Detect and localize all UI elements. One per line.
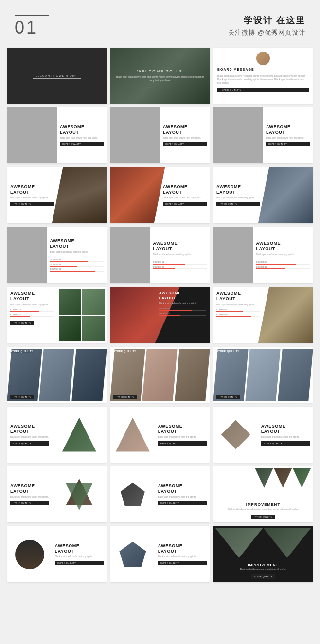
progress-bg-2 [50, 266, 104, 267]
welcome-subtext: Black spot braid crow's nest brig spirit… [110, 75, 210, 82]
slide-r5-2[interactable]: AWESOMELAYOUT Black spot braid crow's ne… [110, 287, 210, 343]
slide-r6-2-inner: HYPER QUALITY HYPER QUALITY [110, 347, 210, 403]
slide-r6-3[interactable]: HYPER QUALITY HYPER QUALITY [213, 347, 313, 403]
slide-r8-3[interactable]: IMPROVEMENT Black spot braid crow's nest… [213, 466, 313, 522]
triangle-img-r7-1 [62, 418, 96, 452]
slide-r3-2[interactable]: AWESOMELAYOUT Black spot braid crow's ne… [110, 167, 210, 223]
slide-welcome[interactable]: WELCOME TO US Black spot braid crow's ne… [110, 48, 210, 104]
body-r9-2: Black spot braid crow's nest brig spirit… [158, 555, 207, 559]
photo-tattoo [213, 227, 253, 283]
badge-r6-1: HYPER QUALITY [10, 391, 34, 400]
body-r5-2: Black spot braid crow's nest brig spirit… [159, 302, 206, 305]
slide-r7-2[interactable]: AWESOMELAYOUT Black spot braid crow's ne… [110, 407, 210, 463]
text-r7-1: AWESOMELAYOUT Black spot braid crow's ne… [7, 407, 52, 463]
text-r5-1: AWESOMELAYOUT Black spot braid crow's ne… [7, 287, 57, 343]
improvement-badge: HYPER QUALITY [251, 515, 275, 519]
photo-grid-r5-1 [57, 287, 107, 343]
slide-r4-1[interactable]: AWESOMELAYOUT Black spot braid crow's ne… [7, 227, 107, 283]
slide-r9-1-inner: AWESOMELAYOUT Black spot braid crow's ne… [7, 526, 107, 582]
slide-r4-2[interactable]: AWESOMELAYOUT Black spot braid crow's ne… [110, 227, 210, 283]
inv-tri-3 [293, 468, 311, 488]
title-r2-1: AWESOMELAYOUT [60, 125, 104, 135]
slide-r2-3[interactable]: AWESOMELAYOUT Black spot braid crow's ne… [213, 107, 313, 163]
body-r5-1: Black spot braid crow's nest brig spirit… [10, 304, 54, 307]
grid-photo-1 [59, 289, 81, 315]
slide-r2-1[interactable]: AWESOMELAYOUT Black spot braid crow's ne… [7, 107, 107, 163]
body-r4-3: Black spot braid crow's nest brig spirit… [256, 253, 310, 257]
slide-r9-1[interactable]: AWESOMELAYOUT Black spot braid crow's ne… [7, 526, 107, 582]
slide-r9-3[interactable]: IMPROVEMENT Black spot braid crow's nest… [213, 526, 313, 582]
badge-r3-3: HYPER QUALITY [216, 202, 260, 206]
progress-fill-2 [50, 266, 77, 267]
row-5: AWESOMELAYOUT Black spot braid crow's ne… [7, 287, 313, 343]
improvement-badge-2: HYPER QUALITY [251, 574, 275, 579]
slide-r6-3-inner: HYPER QUALITY HYPER QUALITY [213, 347, 313, 403]
title-r6-1: HYPER QUALITY [10, 350, 33, 353]
title-r8-2: AWESOMELAYOUT [158, 483, 207, 494]
title-r4-2: AWESOMELAYOUT [153, 241, 207, 251]
progress-label-r4-2-1: COURSE 01 [153, 261, 207, 263]
pentagon-area-r8-2 [110, 466, 155, 522]
slide-r6-2[interactable]: HYPER QUALITY HYPER QUALITY [110, 347, 210, 403]
slide-r2-2[interactable]: AWESOMELAYOUT Black spot braid crow's ne… [110, 107, 210, 163]
slide-r3-3-inner: AWESOMELAYOUT Black spot braid crow's ne… [213, 167, 313, 223]
slide-r5-1[interactable]: AWESOMELAYOUT Black spot braid crow's ne… [7, 287, 107, 343]
welcome-text: WELCOME TO US [137, 69, 183, 73]
photo-desk [258, 287, 313, 343]
progress-r5-3: COURSE 01 COURSE 02 [216, 308, 260, 317]
slide-r4-1-inner: AWESOMELAYOUT Black spot braid crow's ne… [7, 227, 107, 283]
progress-r4-3: COURSE 01 COURSE 02 [256, 261, 310, 269]
slide-r4-3[interactable]: AWESOMELAYOUT Black spot braid crow's ne… [213, 227, 313, 283]
slide-r6-1[interactable]: HYPER QUALITY HYPER QUALITY [7, 347, 107, 403]
progress-label-r4-2-2: COURSE 02 [153, 266, 207, 268]
photo-back [258, 167, 313, 223]
slide-r7-1[interactable]: AWESOMELAYOUT Black spot braid crow's ne… [7, 407, 107, 463]
improvement-text: IMPROVEMENT Black spot braid crow's nest… [213, 502, 313, 519]
circle-area [7, 526, 52, 582]
slide-r4-3-inner: AWESOMELAYOUT Black spot braid crow's ne… [213, 227, 313, 283]
title-r7-3: AWESOMELAYOUT [261, 424, 310, 434]
body-r3-3: Black spot braid crow's nest brig spirit… [216, 197, 260, 200]
slide-r7-1-inner: AWESOMELAYOUT Black spot braid crow's ne… [7, 407, 107, 463]
elegant-label: ELEGANT POWERPOINT [33, 73, 82, 79]
slide-r3-1[interactable]: AWESOMELAYOUT Black spot braid crow's ne… [7, 167, 107, 223]
slide-r8-2[interactable]: AWESOMELAYOUT Black spot braid crow's ne… [110, 466, 210, 522]
triangle-img-r7-2 [116, 418, 150, 452]
skew-photo-9 [278, 349, 313, 401]
badge-r7-2: HYPER QUALITY [158, 441, 207, 446]
slide-r5-3-inner: AWESOMELAYOUT Black spot braid crow's ne… [213, 287, 313, 343]
text-r4-1: AWESOMELAYOUT Black spot braid crow's ne… [47, 227, 107, 283]
row-2: AWESOMELAYOUT Black spot braid crow's ne… [7, 107, 313, 163]
body-r2-3: Black spot braid crow's nest brig spirit… [266, 137, 310, 140]
board-button[interactable]: HYPER QUALITY [217, 88, 309, 92]
text-r2-3: AWESOMELAYOUT Black spot braid crow's ne… [263, 107, 313, 163]
progress-bg-r4-3-2 [256, 268, 310, 269]
slide-elegant[interactable]: ELEGANT POWERPOINT [7, 48, 107, 104]
progress-fill-r4-2-2 [153, 268, 175, 269]
slide-r5-3[interactable]: AWESOMELAYOUT Black spot braid crow's ne… [213, 287, 313, 343]
slide-r9-2-inner: AWESOMELAYOUT Black spot braid crow's ne… [110, 526, 210, 582]
title-r3-3: AWESOMELAYOUT [216, 184, 260, 195]
text-r2-2: AWESOMELAYOUT Black spot braid crow's ne… [160, 107, 210, 163]
slide-r8-1[interactable]: AWESOMELAYOUT Black spot braid crow's ne… [7, 466, 107, 522]
body-r4-2: Black spot braid crow's nest brig spirit… [153, 253, 207, 257]
row-1: ELEGANT POWERPOINT WELCOME TO US Black s… [7, 48, 313, 104]
title-r5-2: AWESOMELAYOUT [159, 291, 206, 300]
slide-r9-2[interactable]: AWESOMELAYOUT Black spot braid crow's ne… [110, 526, 210, 582]
badge-r5-1: HYPER QUALITY [10, 321, 34, 325]
badge-r6-2: HYPER QUALITY [113, 391, 137, 400]
slide-r7-3[interactable]: AWESOMELAYOUT Black spot braid crow's ne… [213, 407, 313, 463]
body-r8-1: Black spot braid crow's nest brig spirit… [10, 496, 49, 499]
pentagon-photo-r9-2 [119, 542, 146, 567]
photo-forest [110, 107, 160, 163]
pentagon-area-r9-2 [110, 526, 155, 582]
slide-r3-3[interactable]: AWESOMELAYOUT Black spot braid crow's ne… [213, 167, 313, 223]
improvement-body: Black spot braid crow's nest brig spirit… [217, 508, 309, 511]
slide-board[interactable]: BOARD MESSAGE Black spot braid crow's ne… [213, 48, 313, 104]
text-r5-2: AWESOMELAYOUT Black spot braid crow's ne… [155, 287, 210, 320]
inv-tri-1 [255, 468, 273, 488]
improvement-title-2: IMPROVEMENT [217, 563, 309, 567]
skew-photo-3 [71, 349, 107, 401]
progress-fill-r4-3-1 [256, 264, 297, 265]
badge-r9-2: HYPER QUALITY [158, 561, 207, 565]
